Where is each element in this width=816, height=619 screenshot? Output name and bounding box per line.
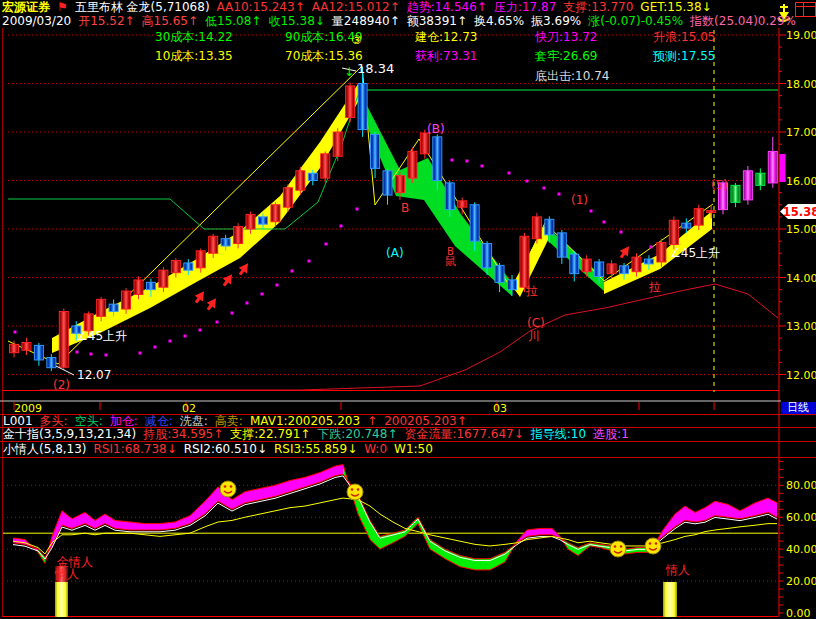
xiaoqingren-field-1: RSI1:68.738↓ (94, 443, 177, 456)
smiley-marker (610, 541, 626, 557)
wave-annotation: ∠45上升 (670, 247, 720, 260)
header-line-1: 宏源证券⚑五里布林 金龙(5,71068)AA10:15.243↑AA12:15… (2, 0, 719, 14)
wave-annotation: ↓ (344, 66, 354, 79)
header2-field-7: 换4.65% (474, 14, 524, 28)
smiley-marker (347, 484, 363, 500)
cost-overlay-label: 底出击:10.74 (535, 70, 609, 83)
oscillator-axis-label: 20.00 (786, 575, 816, 588)
wave-annotation: (B) (427, 123, 445, 136)
wave-annotation: (5) (711, 179, 728, 192)
indicator-row-jinshizhi[interactable]: 金十指(3,5,9,13,21,34)持股:34.595↑支撑:22.791↑下… (3, 428, 636, 441)
indicator-row-xiaoqingren[interactable]: 小情人(5,8,13)RSI1:68.738↓RSI2:60.510↓RSI3:… (3, 443, 440, 456)
header2-field-5: 量248940↑ (332, 14, 400, 28)
smiley-marker (220, 481, 236, 497)
oscillator-axis-label: 40.00 (786, 543, 816, 556)
header1-field-6: 压力:17.87 (494, 0, 556, 14)
header2-field-6: 额38391↑ (407, 14, 467, 28)
time-axis-label: 03 (493, 402, 507, 415)
oscillator-axis-label: 60.00 (786, 511, 816, 524)
header1-field-4: AA12:15.012↑ (312, 0, 400, 14)
price-axis-label: 17.00 (786, 126, 816, 139)
jinshizhi-field-6: 选股:1 (593, 428, 629, 441)
xiaoqingren-field-2: RSI2:60.510↓ (184, 443, 267, 456)
wave-annotation: 拉 (526, 285, 538, 298)
tab-daily-period[interactable]: 日线 (781, 402, 815, 414)
jinshizhi-field-3: 下跌:20.748↑ (317, 428, 397, 441)
wave-annotation: 18.34 (357, 62, 394, 75)
cost-overlay-label: 建仓:12.73 (415, 31, 477, 44)
cost-overlay-label: 快刀:13.72 (535, 31, 597, 44)
app-window: 宏源证券⚑五里布林 金龙(5,71068)AA10:15.243↑AA12:15… (0, 0, 816, 619)
chart-canvas[interactable]: 15.38 (0, 0, 816, 619)
price-axis-label: 16.00 (786, 175, 816, 188)
price-axis-label: 14.00 (786, 272, 816, 285)
cost-overlay-label: 70成本:15.36 (285, 50, 363, 63)
jinshizhi-field-4: 资金流量:1677.647↓ (404, 428, 523, 441)
price-axis-label: 12.00 (786, 369, 816, 382)
price-axis-label: 15.00 (786, 223, 816, 236)
xiaoqingren-field-4: W:0 (364, 443, 387, 456)
cost-overlay-label: 10成本:13.35 (155, 50, 233, 63)
header2-field-3: 低15.08↑ (205, 14, 261, 28)
wave-annotation: (1) (571, 194, 588, 207)
brand-name: 宏源证券 (2, 0, 50, 14)
header2-field-8: 振3.69% (531, 14, 581, 28)
wave-annotation: 川 (528, 330, 540, 343)
signal-label: 情人 (55, 568, 79, 581)
price-axis-label: 13.00 (786, 320, 816, 333)
price-axis-label: 19.00 (786, 29, 816, 42)
header1-field-8: GET:15.38↓ (640, 0, 711, 14)
jinshizhi-field-0: 金十指(3,5,9,13,21,34) (3, 428, 136, 441)
header2-field-9: 涨(-0.07)-0.45% (588, 14, 683, 28)
wave-annotation: (A) (386, 247, 404, 260)
header1-field-5: 趋势:14.546↑ (407, 0, 487, 14)
xiaoqingren-field-5: W1:50 (394, 443, 433, 456)
oscillator-axis-label: 0.00 (786, 607, 811, 619)
header2-field-1: 开15.52↑ (78, 14, 134, 28)
header2-field-2: 高15.65↑ (142, 14, 198, 28)
price-axis-label: 18.00 (786, 78, 816, 91)
header-line-2: 2009/03/20开15.52↑高15.65↑低15.08↑收15.38↓量2… (2, 14, 803, 28)
oscillator-axis-label: 80.00 (786, 479, 816, 492)
xiaoqingren-field-3: RSI3:55.859↓ (274, 443, 357, 456)
header2-field-10: 指数(25.04)0.29% (690, 14, 796, 28)
jinshizhi-field-5: 指导线:10 (531, 428, 586, 441)
header1-field-3: AA10:15.243↑ (217, 0, 305, 14)
header1-field-7: 支撑:13.770 (563, 0, 633, 14)
header2-field-4: 收15.38↓ (268, 14, 324, 28)
cost-overlay-label: 获利:73.31 (415, 50, 477, 63)
signal-label: 情人 (666, 564, 690, 577)
wave-annotation: 鼠 (445, 255, 456, 268)
daily-window-icon[interactable] (795, 2, 816, 17)
cost-overlay-label: 套牢:26.69 (535, 50, 597, 63)
indicator-and-stock-title: 五里布林 金龙(5,71068) (75, 0, 210, 14)
svg-text:15.38: 15.38 (783, 205, 816, 219)
wave-annotation: B (401, 202, 409, 215)
smiley-marker (645, 538, 661, 554)
date-field: 2009/03/20 (2, 14, 71, 28)
wave-annotation: 拉 (649, 281, 661, 294)
jinshizhi-field-1: 持股:34.595↑ (143, 428, 223, 441)
wave-annotation: 12.07 (77, 369, 111, 382)
daily-window-icon-divider (803, 3, 804, 16)
cost-overlay-label: ③ (351, 34, 362, 47)
flag-icon: ⚑ (57, 0, 68, 14)
wave-annotation: (2) (53, 379, 70, 392)
cost-overlay-label: 升浪:15.05 (653, 31, 715, 44)
jinshizhi-field-2: 支撑:22.791↑ (230, 428, 310, 441)
xiaoqingren-field-0: 小情人(5,8,13) (3, 443, 87, 456)
cost-overlay-label: 预测:17.55 (653, 50, 715, 63)
daily-window-icon-bar (796, 6, 815, 7)
wave-annotation: ∠45上升 (77, 330, 127, 343)
cost-overlay-label: 30成本:14.22 (155, 31, 233, 44)
